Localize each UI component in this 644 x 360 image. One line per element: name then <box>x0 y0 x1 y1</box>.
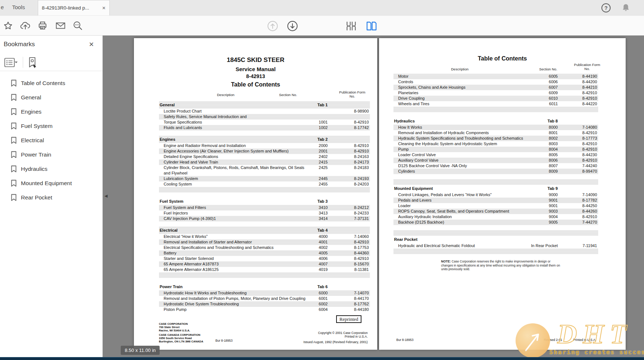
bookmark-item-mounted-equipment[interactable]: Mounted Equipment <box>0 176 102 190</box>
toc-row: 65 Ampere Alternator A18612540198-11381 <box>159 267 370 272</box>
toc-section-header: HydraulicsTab 8 <box>393 117 598 125</box>
collapse-panel-icon[interactable]: ◀ <box>103 190 109 202</box>
email-icon[interactable] <box>55 21 66 31</box>
toc-row: Hydrostatic Drive System Troubleshooting… <box>159 301 370 307</box>
bookmarks-close-icon[interactable]: ✕ <box>89 41 94 48</box>
toc-row: Battery40058-44360 <box>159 250 370 256</box>
bookmark-item-engines[interactable]: Engines <box>0 104 102 119</box>
toc-row: Engine and Radiator Removal and Installa… <box>159 143 370 148</box>
bookmark-item-label: Power Train <box>21 151 51 158</box>
page-size-tooltip: 8.50 x 11.00 in <box>121 346 160 355</box>
pdf-page-left: 1845C SKID STEER Service Manual 8-42913 … <box>134 38 377 350</box>
toc-row: Auxiliary Control Valve80068-42910 <box>393 158 598 163</box>
manual-title: 1845C SKID STEER <box>134 56 377 64</box>
toc-section: Rear PocketHydraulic and Electrical Sche… <box>393 230 598 254</box>
document-area: ◀ 1845C SKID STEER Service Manual 8-4291… <box>103 36 644 357</box>
tab-document[interactable]: 8-42913R0-linked p... ✕ <box>38 0 110 15</box>
toc-row: Electrical Specifications and Troublesho… <box>159 245 370 250</box>
toc-row <box>393 179 598 185</box>
case-corporation-address: CASE CORPORATION700 State StreetRacine, … <box>159 323 190 332</box>
toc-row: Cooling System24558-24203 <box>159 181 370 187</box>
column-header-section: Section No. <box>266 93 310 97</box>
toc-row: Control Linkages, Pedals and Levers “How… <box>393 192 598 198</box>
cloud-upload-icon[interactable] <box>20 21 31 31</box>
toc-section: EnginesTab 2Engine and Radiator Removal … <box>159 136 370 192</box>
toc-section-header: Mounted EquipmentTab 9 <box>393 185 598 192</box>
toc-row <box>393 230 598 236</box>
toc-section-header: ElectricalTab 4 <box>159 227 370 234</box>
toc-section-header: Power TrainTab 6 <box>159 283 370 290</box>
toc-row: Starter and Starter Solenoid40068-42910 <box>159 256 370 261</box>
favorite-star-icon[interactable] <box>3 21 13 31</box>
bookmark-item-label: Mounted Equipment <box>21 180 72 187</box>
tab-close-icon[interactable]: ✕ <box>102 5 106 11</box>
toc-row: Drive Coupling60108-42910 <box>393 96 598 101</box>
toc-row: Removal and Installation of Hydraulic Co… <box>393 130 598 136</box>
scroll-mode-icon[interactable] <box>346 21 357 32</box>
bookmark-item-label: Rear Pocket <box>21 194 52 201</box>
toc-row: Auxiliary Hydraulic Installation90048-42… <box>393 214 598 220</box>
toc-row: Loader Control Valve80058-44230 <box>393 152 598 158</box>
window-tab-bar: e Tools 8-42913R0-linked p... ✕ ? <box>0 0 644 16</box>
toc-section-header: EnginesTab 2 <box>159 136 370 143</box>
tab-tools[interactable]: Tools <box>12 4 25 10</box>
toc-row: Piston Pump60048-44180 <box>159 307 370 312</box>
bur-number-left: Bur 8-18953 <box>215 339 233 342</box>
toc-row: Wheels and Tires60118-44220 <box>393 101 598 107</box>
toc-row <box>159 187 370 192</box>
bookmark-item-label: Engines <box>21 109 41 115</box>
bookmark-item-general[interactable]: General <box>0 90 102 104</box>
new-bookmark-icon[interactable] <box>27 57 38 69</box>
toc-section: Fuel SystemTab 3Fuel System and Filters3… <box>159 198 370 221</box>
toc-row <box>159 272 370 278</box>
bottom-edge-bar <box>0 357 644 360</box>
bookmarks-panel: Bookmarks ✕ Table of ContentsGeneralEngi… <box>0 36 103 357</box>
toc-row: ROPS Canopy, Seat, Seat Belts, and Opera… <box>393 209 598 214</box>
print-icon[interactable] <box>37 21 48 31</box>
two-page-view-icon[interactable] <box>365 21 377 32</box>
issued-text: Issued August, 1992 (Revised February, 2… <box>303 340 368 344</box>
manual-number: 8-42913 <box>134 73 377 79</box>
toc-row: Motor60058-44190 <box>393 74 598 79</box>
bookmarks-options-icon[interactable] <box>4 58 19 68</box>
bookmark-item-table-of-contents[interactable]: Table of Contents <box>0 76 102 90</box>
note-text: NOTE: Case Corporation reserves the righ… <box>441 260 551 271</box>
bookmark-item-rear-pocket[interactable]: Rear Pocket <box>0 190 102 205</box>
column-header-description: Description <box>434 67 485 71</box>
toc-row: Pump80048-42910 <box>393 147 598 152</box>
pdf-toolbar: / 756 <box>0 16 644 36</box>
toc-row: Cylinder Block, Crankshaft, Pistons, Rod… <box>159 165 370 170</box>
toc-section: ElectricalTab 4Electrical “How it Works”… <box>159 227 370 278</box>
toc-row: Removal and Installation of Starter and … <box>159 239 370 245</box>
toc-row: D125 Backhoe Control Valve -NA Only80077… <box>393 163 598 169</box>
toc-row: Hydrostatic How It Works and Troubleshoo… <box>159 290 370 296</box>
pdf-page-right: Table of Contents Description Section No… <box>379 38 626 350</box>
bookmark-item-fuel-system[interactable]: Fuel System <box>0 119 102 133</box>
column-header-publication: Publication FormNo. <box>569 63 605 71</box>
toc-row: Detailed Engine Specifications24028-2416… <box>159 154 370 159</box>
toc-heading: Table of Contents <box>134 81 377 88</box>
watermark-logo-circle <box>516 323 550 357</box>
reprinted-stamp: Reprinted <box>336 315 361 323</box>
previous-page-icon[interactable] <box>267 21 278 32</box>
toc-row: Cleaning the Hydraulic System and Hydros… <box>393 141 598 147</box>
svg-text:?: ? <box>604 5 608 11</box>
tab-home-partial[interactable]: e <box>1 4 4 10</box>
divider <box>23 57 23 68</box>
bookmark-item-power-train[interactable]: Power Train <box>0 147 102 162</box>
toc-row: Fuel System and Filters34108-24212 <box>159 205 370 210</box>
bookmarks-panel-title: Bookmarks <box>4 41 35 48</box>
bookmark-item-electrical[interactable]: Electrical <box>0 133 102 147</box>
help-icon[interactable]: ? <box>601 3 611 13</box>
manual-subtitle: Service Manual <box>134 66 377 72</box>
bookmark-item-hydraulics[interactable]: Hydraulics <box>0 162 102 176</box>
next-page-icon[interactable] <box>287 21 298 32</box>
notifications-bell-icon[interactable] <box>621 3 631 13</box>
bur-number-right: Bur 8-18953 <box>396 338 414 342</box>
toc-row: Electrical “How it Works”40007-14060 <box>159 234 370 239</box>
toc-row: Engine Accessories (Air Cleaner, Ether I… <box>159 148 370 154</box>
toc-row: Hydraulic and Electrical Schematic Foldo… <box>393 243 598 249</box>
toc-section-header: Fuel SystemTab 3 <box>159 198 370 205</box>
search-icon[interactable] <box>73 21 83 31</box>
toc-section: Mounted EquipmentTab 9Control Linkages, … <box>393 179 598 225</box>
